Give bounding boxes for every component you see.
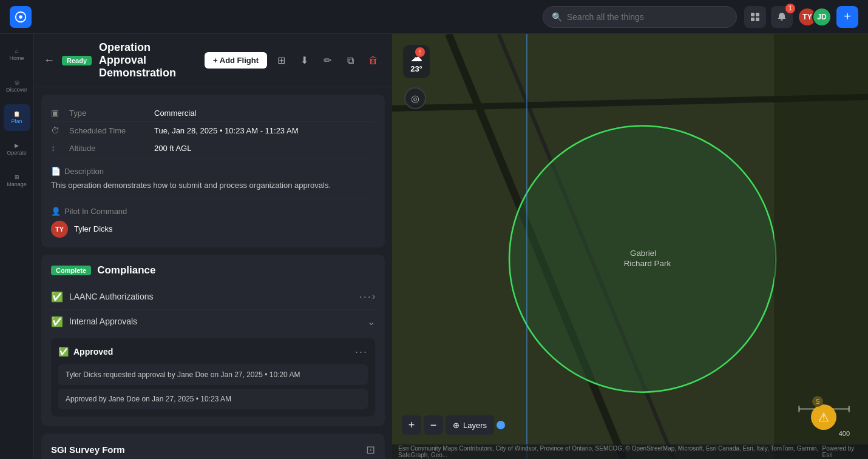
internal-approvals-item: ✅ Internal Approvals ⌄ (51, 309, 375, 333)
notifications-button[interactable]: 1 (771, 6, 793, 28)
approved-more-button[interactable]: ··· (355, 346, 368, 358)
type-value: Commercial (154, 109, 196, 118)
scheduled-value: Tue, Jan 28, 2025 • 10:23 AM - 11:23 AM (154, 126, 299, 135)
laanc-more-button[interactable]: ··· (359, 290, 372, 303)
description-section: 📄 Description This operation demonstrate… (51, 162, 375, 196)
map-controls: + − ⊕ Layers (402, 415, 505, 435)
description-label: 📄 Description (51, 167, 375, 176)
svg-rect-3 (756, 13, 759, 16)
layers-button[interactable]: ⊕ Layers (446, 415, 494, 435)
scale-label: 400 (839, 430, 850, 437)
map-attribution: Esri Community Maps Contributors, City o… (398, 445, 822, 458)
sidebar-item-plan[interactable]: 📋 Plan (4, 104, 30, 131)
laanc-label: LAANC Authorizations (69, 292, 359, 301)
pilot-label: 👤 Pilot In Command (51, 207, 375, 216)
topbar-actions: 1 TY JD + (744, 6, 858, 28)
search-icon: 🔍 (552, 12, 562, 22)
add-button[interactable]: + (836, 6, 858, 28)
log-item-2: Approved by Jane Doe on Jan 27, 2025 • 1… (58, 389, 368, 409)
approved-card: ✅ Approved ··· Tyler Dicks requested app… (51, 338, 375, 417)
weather-temp: 23° (410, 64, 422, 73)
compliance-header: Complete Compliance (51, 264, 375, 276)
back-button[interactable]: ← (44, 54, 55, 67)
map-svg: Gabriel Richard Park (392, 34, 868, 459)
compliance-card: Complete Compliance ✅ LAANC Authorizatio… (41, 255, 385, 426)
sidebar-item-discover[interactable]: ◎ Discover (4, 73, 30, 99)
operate-icon: ▶ (15, 142, 19, 149)
notification-badge: 1 (785, 4, 795, 13)
svg-text:Richard Park: Richard Park (624, 259, 671, 268)
operation-header: ← Ready Operation Approval Demonstration… (34, 34, 392, 87)
edit-button[interactable]: ✏ (318, 52, 336, 70)
svg-rect-2 (751, 13, 754, 16)
sidebar-item-manage[interactable]: ⊞ Manage (4, 167, 30, 194)
status-badge: Ready (62, 56, 92, 65)
warning-icon: ⚠ (818, 410, 829, 424)
add-flight-button[interactable]: + Add Flight (205, 52, 267, 69)
delete-button[interactable]: 🗑 (364, 52, 382, 70)
svg-point-1 (19, 15, 22, 19)
laanc-item: ✅ LAANC Authorizations ··· › (51, 284, 375, 309)
grid-view-button[interactable] (744, 6, 766, 28)
warning-badge: ⚠ (811, 404, 836, 430)
zoom-in-button[interactable]: + (402, 415, 421, 435)
main-layout: ⌂ Home ◎ Discover 📋 Plan ▶ Operate ⊞ Man… (0, 34, 868, 459)
content-area: ← Ready Operation Approval Demonstration… (34, 34, 868, 459)
app-logo (10, 6, 32, 28)
type-icon: ▣ (51, 108, 63, 118)
scheduled-row: ⏱ Scheduled Time Tue, Jan 28, 2025 • 10:… (51, 121, 375, 139)
altitude-value: 200 ft AGL (154, 144, 191, 153)
search-bar[interactable]: 🔍 (543, 6, 737, 28)
sidebar-item-home[interactable]: ⌂ Home (4, 41, 30, 68)
sidebar: ⌂ Home ◎ Discover 📋 Plan ▶ Operate ⊞ Man… (0, 34, 34, 459)
approved-title: Approved (73, 347, 350, 357)
map-location-dot (497, 421, 505, 429)
sgi-icon: ⊡ (366, 443, 375, 457)
altitude-label: Altitude (69, 144, 148, 153)
avatar-secondary: JD (812, 7, 832, 27)
avatar-group: TY JD (798, 7, 832, 27)
compass: ◎ (404, 87, 426, 109)
layout-icon-button[interactable]: ⊞ (272, 52, 290, 70)
weather-alert-badge: ! (415, 47, 425, 57)
operation-title: Operation Approval Demonstration (99, 41, 197, 79)
layers-icon: ⊕ (453, 421, 459, 430)
search-input[interactable] (567, 12, 728, 22)
warning-s-badge: S (812, 396, 823, 407)
complete-badge: Complete (51, 266, 91, 275)
clock-icon: ⏱ (51, 126, 63, 135)
pilot-row: TY Tyler Dicks (51, 221, 375, 238)
svg-rect-5 (756, 18, 759, 21)
map-footer: Esri Community Maps Contributors, City o… (392, 444, 868, 459)
altitude-icon: ↕ (51, 143, 63, 153)
zoom-out-button[interactable]: − (424, 415, 443, 435)
copy-button[interactable]: ⧉ (341, 52, 359, 70)
type-row: ▣ Type Commercial (51, 104, 375, 121)
compass-icon: ◎ (411, 93, 419, 104)
pilot-icon: 👤 (51, 207, 61, 216)
operation-actions: + Add Flight ⊞ ⬇ ✏ ⧉ 🗑 (205, 52, 382, 70)
pilot-section: 👤 Pilot In Command TY Tyler Dicks (51, 202, 375, 238)
internal-chevron-button[interactable]: ⌄ (367, 316, 375, 327)
laanc-chevron-button[interactable]: › (372, 291, 375, 302)
internal-check-icon: ✅ (51, 316, 63, 327)
warning-container: S ⚠ (811, 404, 836, 430)
log-item-1: Tyler Dicks requested approval by Jane D… (58, 364, 368, 385)
altitude-row: ↕ Altitude 200 ft AGL (51, 139, 375, 156)
svg-rect-4 (751, 18, 754, 21)
svg-text:Gabriel: Gabriel (630, 249, 656, 258)
pilot-name: Tyler Dicks (74, 224, 113, 233)
description-text: This operation demonstrates how to submi… (51, 179, 375, 192)
approved-check-icon: ✅ (58, 347, 69, 357)
sidebar-item-operate[interactable]: ▶ Operate (4, 136, 30, 162)
plan-icon: 📋 (13, 111, 20, 117)
discover-icon: ◎ (15, 79, 19, 85)
sgi-title: SGI Survey Form (51, 444, 366, 455)
download-button[interactable]: ⬇ (295, 52, 313, 70)
powered-by: Powered by Esri (822, 445, 862, 458)
desc-icon: 📄 (51, 167, 61, 176)
map-area: Gabriel Richard Park ☁ ! 23° (392, 34, 868, 459)
type-label: Type (69, 109, 148, 118)
scheduled-label: Scheduled Time (69, 126, 148, 135)
approved-header: ✅ Approved ··· (58, 346, 368, 358)
